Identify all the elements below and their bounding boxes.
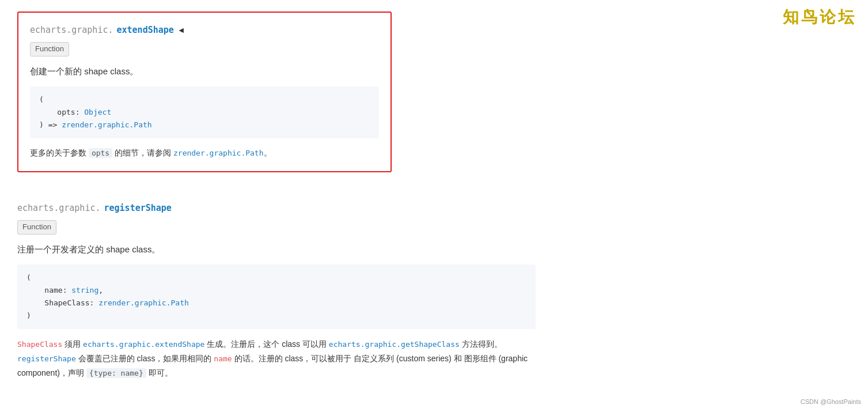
code-colon-1: : xyxy=(75,108,85,116)
bottom-text: ShapeClass 须用 echarts.graphic.extendShap… xyxy=(17,337,536,381)
section-divider xyxy=(17,190,851,201)
footnote-middle: 的细节，请参阅 xyxy=(115,148,171,157)
bt-type-name: {type: name} xyxy=(86,368,146,378)
code-line-s2: name: string, xyxy=(26,284,526,297)
code-param2-type: zrender.graphic.Path xyxy=(98,298,189,307)
bt-text2: 生成。注册后，这个 class 可以用 xyxy=(207,339,329,349)
bt-name: name xyxy=(214,354,232,363)
bt-text6: 即可。 xyxy=(149,368,173,377)
code-param1-name: name xyxy=(44,286,62,294)
code-open-paren-1: ( xyxy=(39,95,44,104)
code-return-type-1: zrender.graphic.Path xyxy=(62,120,152,129)
section-registershape: echarts.graphic.registerShape Function 注… xyxy=(17,201,536,381)
code-close-paren-2: ) xyxy=(26,311,31,320)
code-type-1: Object xyxy=(84,108,111,116)
footnote-link[interactable]: zrender.graphic.Path xyxy=(173,149,264,157)
code-block-1: ( opts: Object ) => zrender.graphic.Path xyxy=(30,86,379,138)
bt-text4: 会覆盖已注册的 class，如果用相同的 xyxy=(78,354,214,363)
footnote-1: 更多的关于参数 opts 的细节，请参阅 zrender.graphic.Pat… xyxy=(30,146,379,160)
code-line-3: ) => zrender.graphic.Path xyxy=(39,119,370,131)
code-open-paren-2: ( xyxy=(26,273,31,282)
api-prefix-2: echarts.graphic. xyxy=(17,201,101,215)
api-title-extendshape: echarts.graphic.extendShape ◄ xyxy=(30,23,379,37)
code-line-s3: ShapeClass: zrender.graphic.Path xyxy=(26,297,526,309)
api-prefix-1: echarts.graphic. xyxy=(30,23,113,37)
bt-shapeclass: ShapeClass xyxy=(17,340,62,349)
code-param-name-1: opts xyxy=(57,108,75,116)
badge-function-2: Function xyxy=(17,220,56,235)
credit: CSDN @GhostPaints xyxy=(801,397,861,407)
description-1: 创建一个新的 shape class。 xyxy=(30,65,379,78)
bt-text1: 须用 xyxy=(65,339,83,349)
watermark: 知鸟论坛 xyxy=(783,5,856,31)
bt-getshapeclass: echarts.graphic.getShapeClass xyxy=(329,340,460,349)
footnote-prefix: 更多的关于参数 xyxy=(30,148,86,157)
bt-registershape: registerShape xyxy=(17,354,76,363)
code-line-s4: ) xyxy=(26,309,526,322)
code-line-1: ( xyxy=(39,93,370,106)
bt-text3: 方法得到。 xyxy=(462,339,502,349)
code-block-2: ( name: string, ShapeClass: zrender.grap… xyxy=(17,264,536,329)
page-wrapper: 知鸟论坛 echarts.graphic.extendShape ◄ Funct… xyxy=(0,0,868,412)
section-extendshape: echarts.graphic.extendShape ◄ Function 创… xyxy=(17,12,392,172)
code-line-2: opts: Object xyxy=(39,106,370,119)
api-title-registershape: echarts.graphic.registerShape xyxy=(17,201,536,215)
api-arrow-1: ◄ xyxy=(177,24,185,36)
code-line-s1: ( xyxy=(26,271,526,284)
code-param1-type: string xyxy=(71,286,98,294)
code-comma: , xyxy=(98,286,103,294)
code-param2-name: ShapeClass xyxy=(44,298,89,307)
badge-function-1: Function xyxy=(30,42,69,56)
description-2: 注册一个开发者定义的 shape class。 xyxy=(17,243,536,256)
api-name-registershape: registerShape xyxy=(104,201,172,215)
footnote-suffix: 。 xyxy=(264,148,272,157)
footnote-code: opts xyxy=(89,148,112,158)
code-return-arrow-1: ) => xyxy=(39,120,57,129)
bt-extendshape: echarts.graphic.extendShape xyxy=(83,340,204,349)
api-name-extendshape: extendShape xyxy=(117,23,174,37)
